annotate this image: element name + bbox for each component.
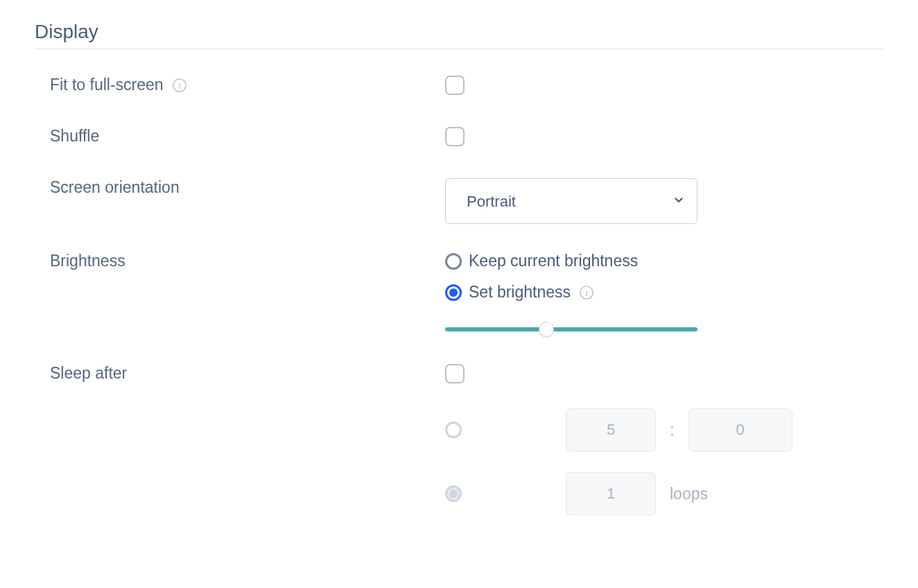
row-brightness: Brightness Keep current brightness Set b… — [35, 252, 883, 336]
orientation-select[interactable]: Portrait — [445, 178, 698, 224]
sleep-enable-checkbox[interactable] — [445, 364, 465, 383]
svg-text:i: i — [178, 80, 181, 90]
row-orientation: Screen orientation Portrait — [35, 178, 883, 224]
shuffle-label: Shuffle — [50, 127, 99, 146]
info-icon[interactable]: i — [579, 285, 594, 300]
sleep-time-radio — [445, 422, 462, 438]
orientation-label: Screen orientation — [50, 178, 180, 197]
shuffle-checkbox[interactable] — [445, 127, 465, 146]
sleep-loops-input — [566, 472, 656, 515]
brightness-slider[interactable] — [445, 322, 698, 336]
slider-track — [445, 327, 698, 331]
section-title: Display — [35, 21, 883, 43]
sleep-loops-radio — [445, 485, 462, 502]
info-icon[interactable]: i — [172, 78, 187, 93]
section-divider — [35, 49, 883, 49]
brightness-label: Brightness — [50, 252, 125, 270]
row-fit-fullscreen: Fit to full-screen i — [35, 76, 883, 99]
slider-thumb[interactable] — [539, 322, 554, 337]
row-sleep-after: Sleep after : loops — [35, 364, 883, 515]
brightness-keep-radio[interactable] — [445, 253, 462, 270]
fit-fullscreen-checkbox[interactable] — [445, 76, 465, 95]
row-shuffle: Shuffle — [35, 127, 883, 150]
time-colon: : — [670, 420, 675, 440]
sleep-loops-label: loops — [670, 485, 708, 503]
svg-text:i: i — [585, 288, 588, 297]
brightness-set-radio[interactable] — [445, 284, 462, 301]
sleep-minutes-input — [566, 408, 656, 451]
sleep-after-label: Sleep after — [50, 364, 127, 383]
brightness-keep-label: Keep current brightness — [469, 252, 638, 270]
brightness-set-label: Set brightness — [469, 283, 571, 302]
fit-fullscreen-label: Fit to full-screen — [50, 76, 164, 94]
sleep-seconds-input — [688, 408, 793, 451]
